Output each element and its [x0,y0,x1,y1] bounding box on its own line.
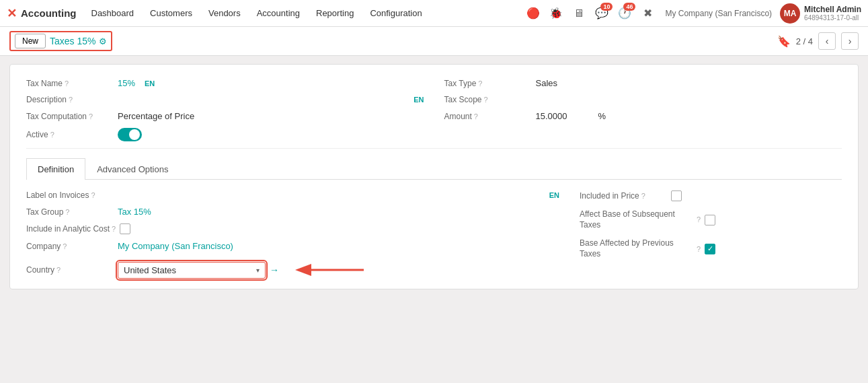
country-help[interactable]: ? [56,266,61,274]
active-field: Active ? [26,128,424,141]
tax-computation-field: Tax Computation ? Percentage of Price [26,111,424,121]
label-on-invoices-field: Label on Invoices ? EN [26,190,559,200]
included-in-price-field: Included in Price ? [580,190,842,201]
gear-icon[interactable]: ⚙ [99,36,107,46]
breadcrumb-box: New Taxes 15% ⚙ [9,31,112,51]
tax-scope-help[interactable]: ? [484,96,488,104]
base-affected-help[interactable]: ? [697,244,701,254]
company-name: My Company (San Francisco) [665,9,772,18]
user-info: Mitchell Admin 64894313-17-0-all [804,5,861,22]
lang-en-invoices[interactable]: EN [549,191,559,199]
amount-field: Amount ? 15.0000 % [444,111,842,121]
country-dropdown-icon: ▾ [256,267,260,274]
chat-badge: 10 [600,3,613,11]
app-logo: ✕ [7,6,17,21]
nav-configuration[interactable]: Configuration [363,5,428,21]
company-value[interactable]: My Company (San Francisco) [118,241,233,251]
bug-icon[interactable]: 🐞 [547,4,565,23]
status-red-icon[interactable]: 🔴 [524,4,543,23]
new-button[interactable]: New [15,34,46,48]
amount-help[interactable]: ? [474,112,478,120]
base-affected-label: Base Affected by Previous Taxes ? [580,238,701,259]
tab-left: Label on Invoices ? EN Tax Group ? Tax 1… [26,190,559,282]
activity-icon[interactable]: 🕐 46 [615,4,634,23]
breadcrumb-current: Taxes 15% ⚙ [50,36,106,46]
included-price-help[interactable]: ? [641,192,645,200]
tax-name-label: Tax Name ? [26,79,114,88]
lang-en-tax-name[interactable]: EN [145,79,155,88]
tab-definition[interactable]: Definition [26,158,85,180]
active-toggle[interactable] [118,128,142,141]
breadcrumb-bar: New Taxes 15% ⚙ 🔖 2 / 4 ‹ › [0,27,868,56]
nav-vendors[interactable]: Vendors [202,5,247,21]
checkmark-icon: ✓ [707,244,713,253]
tax-group-value[interactable]: Tax 15% [118,207,151,217]
active-label: Active ? [26,130,114,139]
country-select[interactable]: United States ▾ [118,262,266,279]
company-field: Company ? My Company (San Francisco) [26,241,559,251]
tax-type-help[interactable]: ? [478,79,482,88]
active-help[interactable]: ? [50,131,54,139]
include-analytic-cost-field: Include in Analytic Cost ? [26,223,559,234]
included-in-price-checkbox[interactable] [671,190,682,201]
analytic-cost-help[interactable]: ? [112,225,116,233]
description-help[interactable]: ? [69,96,73,104]
tax-name-field: Tax Name ? 15% EN [26,78,424,88]
company-help[interactable]: ? [63,242,67,250]
affect-base-checkbox[interactable] [705,215,715,225]
affect-base-help[interactable]: ? [697,215,701,224]
tabs-section: Definition Advanced Options Label on Inv… [26,158,842,282]
affect-base-label: Affect Base of Subsequent Taxes ? [580,209,701,230]
lang-en-description[interactable]: EN [413,96,424,104]
label-invoices-help[interactable]: ? [91,191,95,199]
tax-scope-field: Tax Scope ? [444,95,842,104]
page-counter: 2 / 4 [796,36,813,46]
annotation-red-arrow [290,258,370,282]
toggle-dot [129,129,140,140]
settings-icon[interactable]: ✖ [638,4,657,23]
tabs-header: Definition Advanced Options [26,158,842,180]
base-affected-checkbox[interactable]: ✓ [705,244,715,254]
nav-reporting[interactable]: Reporting [309,5,360,21]
top-navigation: ✕ Accounting Dashboard Customers Vendors… [0,0,868,27]
nav-accounting[interactable]: Accounting [250,5,307,21]
chat-icon[interactable]: 💬 10 [592,4,611,23]
affect-base-field: Affect Base of Subsequent Taxes ? [580,209,842,230]
country-field: Country ? United States ▾ → [26,258,559,282]
base-affected-field: Base Affected by Previous Taxes ? ✓ [580,238,842,259]
nav-customers[interactable]: Customers [143,5,199,21]
app-brand: Accounting [21,7,77,19]
tax-type-value[interactable]: Sales [536,78,558,88]
tax-group-field: Tax Group ? Tax 15% [26,207,559,217]
description-field: Description ? EN [26,95,424,104]
activity-badge: 46 [623,3,635,11]
tax-name-help[interactable]: ? [65,79,69,88]
tax-computation-help[interactable]: ? [89,112,93,120]
country-label: Country ? [26,265,114,275]
include-analytic-cost-checkbox[interactable] [120,223,130,234]
next-page-button[interactable]: › [841,32,859,50]
amount-value[interactable]: 15.0000 [536,111,567,121]
country-external-link-icon[interactable]: → [270,265,279,275]
country-select-value: United States [124,265,252,275]
tab-advanced-options[interactable]: Advanced Options [85,158,180,180]
nav-dashboard[interactable]: Dashboard [85,5,141,21]
tax-group-label: Tax Group ? [26,207,114,217]
upper-left: Tax Name ? 15% EN Description ? EN Tax C… [26,78,424,141]
user-name: Mitchell Admin [804,5,861,14]
include-analytic-cost-label: Include in Analytic Cost ? [26,224,116,234]
tax-scope-label: Tax Scope ? [444,95,532,104]
tab-content: Label on Invoices ? EN Tax Group ? Tax 1… [26,190,842,282]
user-menu[interactable]: MA Mitchell Admin 64894313-17-0-all [780,3,861,24]
breadcrumb-right: 🔖 2 / 4 ‹ › [777,32,859,50]
form-area: Tax Name ? 15% EN Description ? EN Tax C… [9,64,859,289]
tax-group-help[interactable]: ? [65,208,69,216]
screen-icon[interactable]: 🖥 [569,4,588,23]
user-avatar: MA [780,3,800,24]
bookmark-icon[interactable]: 🔖 [777,35,791,48]
prev-page-button[interactable]: ‹ [818,32,836,50]
tax-computation-value[interactable]: Percentage of Price [118,111,194,121]
tax-name-value[interactable]: 15% [118,78,135,88]
amount-unit: % [598,111,606,121]
description-label: Description ? [26,95,114,104]
